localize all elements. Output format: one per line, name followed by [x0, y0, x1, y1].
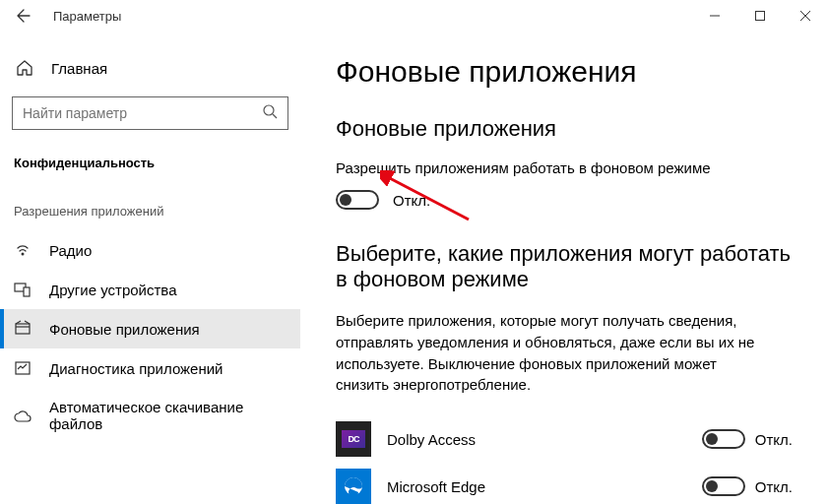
dolby-access-icon: DC	[336, 421, 371, 457]
app-toggle-edge[interactable]	[702, 476, 745, 496]
svg-rect-8	[24, 287, 30, 296]
app-name-label: Microsoft Edge	[387, 478, 485, 495]
svg-rect-9	[16, 324, 30, 334]
window-controls	[692, 0, 828, 32]
title-bar: Параметры	[0, 0, 828, 32]
sidebar-item-label: Автоматическое скачивание файлов	[49, 399, 287, 432]
download-icon	[14, 407, 32, 424]
content-pane: Фоновые приложения Фоновые приложения Ра…	[300, 32, 828, 504]
sidebar-item-other-devices[interactable]: Другие устройства	[0, 270, 300, 309]
devices-icon	[14, 281, 32, 298]
section-heading-choose: Выберите, какие приложения могут работат…	[336, 241, 793, 292]
app-row-left: DC Dolby Access	[336, 421, 476, 457]
sidebar-item-label: Другие устройства	[49, 282, 176, 298]
app-name-label: Dolby Access	[387, 431, 476, 448]
search-field[interactable]	[23, 105, 262, 121]
svg-rect-1	[756, 12, 765, 21]
sidebar-item-label: Главная	[51, 60, 107, 77]
section-heading: Фоновые приложения	[336, 116, 793, 142]
sidebar-section-title: Конфиденциальность	[0, 148, 300, 178]
allow-background-desc: Разрешить приложениям работать в фоновом…	[336, 159, 793, 176]
toggle-knob	[340, 194, 351, 206]
choose-apps-desc: Выберите приложения, которые могут получ…	[336, 310, 769, 396]
app-toggle-wrap: Откл.	[702, 476, 793, 496]
background-apps-icon	[14, 320, 32, 338]
app-row-dolby: DC Dolby Access Откл.	[336, 415, 793, 463]
minimize-button[interactable]	[692, 0, 737, 32]
diagnostics-icon	[14, 359, 32, 377]
sidebar-item-app-diagnostics[interactable]: Диагностика приложений	[0, 348, 300, 388]
sidebar-item-auto-download[interactable]: Автоматическое скачивание файлов	[0, 388, 300, 443]
arrow-left-icon	[16, 8, 32, 24]
app-toggle-label: Откл.	[755, 431, 793, 448]
app-toggle-wrap: Откл.	[702, 429, 793, 449]
svg-point-6	[22, 253, 25, 256]
back-button[interactable]	[10, 2, 37, 30]
toggle-knob	[706, 480, 718, 492]
close-icon	[800, 11, 810, 21]
sidebar-item-radio[interactable]: Радио	[0, 230, 300, 270]
sidebar-group-heading: Разрешения приложений	[0, 178, 300, 230]
home-icon	[16, 59, 33, 77]
maximize-button[interactable]	[737, 0, 783, 32]
sidebar: Главная Конфиденциальность Разрешения пр…	[0, 32, 300, 504]
dolby-glyph: DC	[342, 430, 365, 448]
allow-background-toggle-row: Откл.	[336, 190, 793, 210]
sidebar-item-home[interactable]: Главная	[0, 51, 300, 85]
page-title: Фоновые приложения	[336, 55, 793, 89]
maximize-icon	[755, 11, 765, 21]
sidebar-item-label: Диагностика приложений	[49, 360, 223, 377]
app-toggle-label: Откл.	[755, 478, 793, 495]
search-input[interactable]	[12, 96, 288, 130]
svg-line-5	[273, 114, 277, 118]
microsoft-edge-icon	[336, 469, 371, 504]
sidebar-item-label: Фоновые приложения	[49, 321, 200, 338]
app-toggle-dolby[interactable]	[702, 429, 745, 449]
search-icon	[262, 103, 278, 123]
close-button[interactable]	[783, 0, 828, 32]
radio-icon	[14, 241, 32, 259]
minimize-icon	[710, 11, 720, 21]
layout: Главная Конфиденциальность Разрешения пр…	[0, 32, 828, 504]
app-row-edge: Microsoft Edge Откл.	[336, 463, 793, 504]
app-row-left: Microsoft Edge	[336, 469, 485, 504]
allow-background-toggle-label: Откл.	[393, 192, 430, 209]
sidebar-item-label: Радио	[49, 242, 92, 259]
svg-point-4	[264, 105, 274, 115]
allow-background-toggle[interactable]	[336, 190, 379, 210]
toggle-knob	[706, 433, 718, 445]
window-title: Параметры	[53, 9, 121, 24]
sidebar-item-background-apps[interactable]: Фоновые приложения	[0, 309, 300, 348]
